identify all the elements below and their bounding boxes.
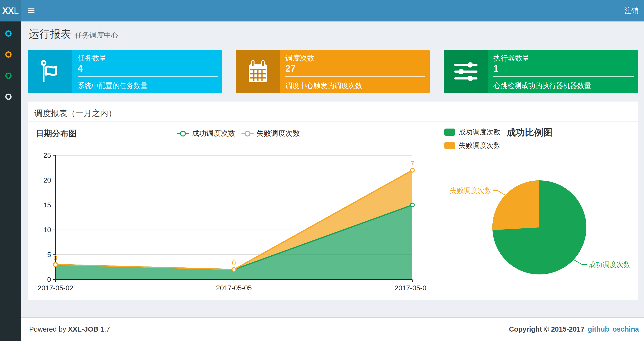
- copyright-text: Copyright © 2015-2017: [509, 325, 584, 333]
- y-axis-tick: 25: [44, 151, 51, 159]
- footer: Powered by XXL-JOB 1.7 Copyright © 2015-…: [21, 317, 644, 341]
- legend-item-fail[interactable]: 失败调度次数: [242, 129, 300, 138]
- info-box-description: 心跳检测成功的执行器机器数量: [493, 81, 591, 91]
- version-number: 1.7: [100, 325, 110, 333]
- success-point: [410, 203, 414, 207]
- top-navbar: XXL 注销: [0, 0, 644, 22]
- success-callout-label: 成功调度次数: [588, 261, 630, 268]
- success-ratio-pie-chart[interactable]: 失败调度次数 成功调度次数: [441, 166, 634, 287]
- schedule-report-panel: 调度报表（一月之内） 日期分布图 成功调度次数 失败调度次数: [28, 102, 638, 300]
- x-axis-tick: 2017-05-05: [216, 284, 252, 292]
- info-box-label: 任务数量: [78, 53, 106, 63]
- y-axis-tick: 20: [44, 176, 51, 184]
- y-axis-tick: 10: [44, 226, 51, 234]
- info-box-label: 执行器数量: [493, 53, 530, 63]
- info-box-job-count: 任务数量 4 系统中配置的任务数量: [28, 50, 222, 93]
- success-swatch-icon: [444, 129, 455, 136]
- info-box-divider: [493, 77, 634, 77]
- panel-title: 调度报表（一月之内）: [34, 108, 116, 119]
- fail-point: [54, 263, 57, 266]
- pie-chart-title: 成功比例图: [506, 126, 552, 139]
- date-distribution-area-chart[interactable]: 0 0 7 25 20 15 10 5 0 2017-05-02 2017-05…: [31, 145, 426, 300]
- flag-icon: [28, 50, 72, 93]
- xxl-job-dashboard: XXL 注销 运行报表 任务调度中心 任务数量 4 系统中配置的任务数量: [0, 0, 644, 341]
- app-logo[interactable]: XXL: [0, 0, 21, 22]
- line-chart-title: 日期分布图: [36, 128, 77, 139]
- sidebar-item-jobs-circle-icon[interactable]: [5, 51, 12, 58]
- logout-button[interactable]: 注销: [624, 0, 638, 22]
- sidebar: [0, 22, 21, 341]
- fail-point: [410, 168, 414, 172]
- powered-by-text: Powered by XXL-JOB 1.7: [29, 325, 110, 333]
- y-axis-tick: 15: [44, 201, 51, 209]
- info-box-description: 系统中配置的任务数量: [78, 81, 148, 91]
- info-box-divider: [285, 77, 426, 77]
- logo-bold-text: XX: [2, 6, 14, 16]
- pie-chart-legend: 成功调度次数 失败调度次数: [444, 127, 500, 154]
- info-box-description: 调度中心触发的调度次数: [285, 81, 362, 91]
- success-callout-line: [574, 260, 587, 264]
- page-subtitle: 任务调度中心: [75, 30, 118, 40]
- info-box-value: 27: [285, 64, 296, 74]
- sidebar-item-report-circle-icon[interactable]: [5, 30, 12, 37]
- info-box-executor-count: 执行器数量 1 心跳检测成功的执行器机器数量: [444, 50, 638, 93]
- logo-light-text: L: [14, 6, 19, 16]
- fail-point-label: 7: [410, 160, 414, 167]
- line-series-marker-icon: [177, 130, 189, 137]
- info-box-trigger-count: 调度次数 27 调度中心触发的调度次数: [236, 50, 430, 93]
- fail-point: [232, 268, 236, 271]
- fail-point-label: 0: [54, 254, 57, 262]
- brand-name: XXL-JOB: [68, 325, 98, 333]
- sidebar-item-executor-circle-icon[interactable]: [5, 94, 12, 100]
- powered-by-prefix: Powered by: [29, 325, 66, 333]
- sidebar-toggle-icon[interactable]: [28, 9, 34, 13]
- legend-label: 失败调度次数: [459, 141, 500, 150]
- legend-item-success[interactable]: 成功调度次数: [444, 127, 500, 137]
- sidebar-item-logs-circle-icon[interactable]: [5, 73, 12, 79]
- sliders-icon: [444, 50, 488, 93]
- legend-label: 成功调度次数: [192, 129, 235, 138]
- legend-item-fail[interactable]: 失败调度次数: [444, 141, 500, 150]
- line-chart-legend: 成功调度次数 失败调度次数: [177, 129, 300, 138]
- fail-slice[interactable]: [492, 180, 540, 230]
- info-box-divider: [78, 77, 218, 77]
- x-axis-tick: 2017-05-02: [38, 284, 73, 292]
- calendar-icon: [236, 50, 280, 93]
- fail-callout-label: 失败调度次数: [450, 187, 492, 194]
- page-header: 运行报表 任务调度中心: [29, 27, 118, 41]
- fail-callout-line: [493, 191, 505, 195]
- info-box-value: 1: [493, 64, 498, 74]
- panel-header: 调度报表（一月之内）: [28, 102, 638, 122]
- y-axis-tick: 0: [47, 276, 51, 283]
- legend-label: 失败调度次数: [256, 129, 300, 138]
- github-link[interactable]: github: [588, 325, 609, 333]
- info-box-value: 4: [78, 64, 83, 74]
- line-series-marker-icon: [242, 130, 254, 137]
- legend-item-success[interactable]: 成功调度次数: [177, 129, 235, 138]
- x-axis-tick: 2017-05-08: [394, 284, 426, 292]
- page-title: 运行报表: [29, 27, 71, 41]
- fail-swatch-icon: [444, 142, 455, 149]
- legend-label: 成功调度次数: [459, 127, 500, 137]
- oschina-link[interactable]: oschina: [612, 325, 639, 333]
- fail-point-label: 0: [232, 259, 236, 267]
- info-box-label: 调度次数: [285, 53, 314, 63]
- y-axis-tick: 5: [47, 251, 51, 258]
